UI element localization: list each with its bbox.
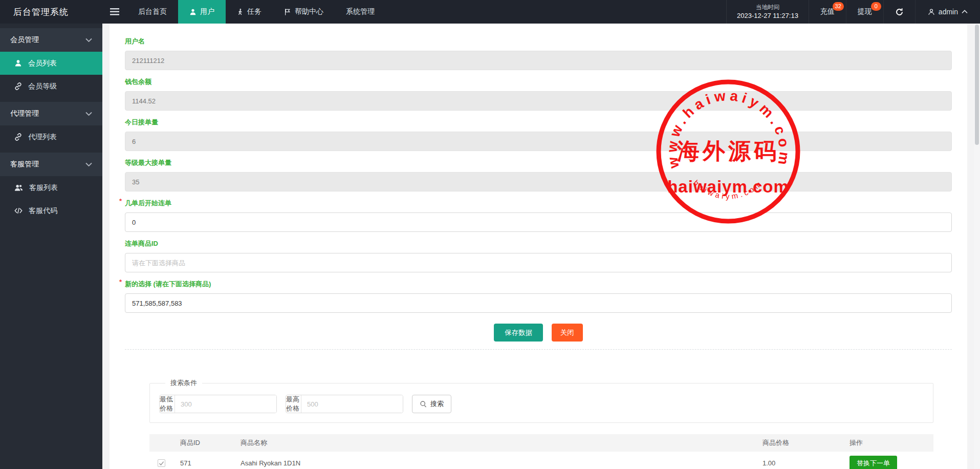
cell-product-name: Asahi Ryokan 1D1N	[233, 452, 755, 469]
row-checkbox-checked[interactable]	[158, 459, 165, 467]
field-label: 今日接单量	[125, 118, 952, 127]
col-actions: 操作	[842, 434, 933, 452]
sidebar-group-service-management[interactable]: 客服管理	[0, 153, 102, 176]
level-max-orders-field[interactable]	[125, 172, 952, 191]
sidebar-item-agent-list[interactable]: 代理列表	[0, 125, 102, 148]
col-product-id: 商品ID	[173, 434, 233, 452]
edit-form-panel: 用户名 钱包余额 今日接单量 等级最大接单量 *几单后开始连单 连单商品ID *…	[110, 24, 967, 469]
chevron-down-icon	[85, 38, 92, 42]
save-button[interactable]: 保存数据	[494, 324, 543, 342]
search-panel-title: 搜索条件	[165, 378, 202, 388]
max-price-input[interactable]	[301, 395, 403, 413]
chevron-up-icon	[962, 10, 968, 14]
max-price-label: 最高价格	[286, 395, 301, 413]
recharge-badge: 32	[833, 2, 844, 11]
top-navbar: 后台管理系统 后台首页 用户 任务 帮助中心 系统管理 当地时间 2023-12…	[0, 0, 980, 24]
new-selection-field[interactable]	[125, 293, 952, 313]
search-icon	[420, 400, 427, 408]
field-orders-before-combo: *几单后开始连单	[125, 199, 952, 232]
vertical-scrollbar	[974, 24, 980, 469]
link-icon	[14, 133, 22, 141]
refresh-button[interactable]	[884, 0, 916, 24]
field-label: 等级最大接单量	[125, 158, 952, 167]
user-icon	[928, 8, 935, 16]
sidebar-group-agent-management[interactable]: 代理管理	[0, 102, 102, 125]
sidebar: 会员管理 会员列表 会员等级 代理管理 代理列表 客服管理 客服列表 客服代码	[0, 24, 102, 469]
sidebar-item-member-list[interactable]: 会员列表	[0, 52, 102, 75]
main-content: 用户名 钱包余额 今日接单量 等级最大接单量 *几单后开始连单 连单商品ID *…	[102, 24, 980, 469]
local-time-value: 2023-12-27 11:27:13	[737, 11, 798, 20]
col-product-price: 商品价格	[755, 434, 842, 452]
user-icon	[14, 59, 22, 67]
field-new-selection: *新的选择 (请在下面选择商品)	[125, 280, 952, 313]
local-time-label: 当地时间	[756, 4, 779, 11]
user-icon	[189, 8, 197, 16]
col-product-name: 商品名称	[233, 434, 755, 452]
hamburger-icon	[110, 8, 119, 15]
field-wallet-balance: 钱包余额	[125, 77, 952, 111]
admin-username: admin	[939, 8, 958, 16]
flag-icon	[284, 8, 291, 16]
username-field[interactable]	[125, 51, 952, 70]
nav-item-tasks[interactable]: 任务	[226, 0, 273, 24]
check-icon	[159, 461, 164, 466]
field-label: 用户名	[125, 37, 952, 46]
local-time: 当地时间 2023-12-27 11:27:13	[726, 0, 809, 24]
field-combo-product-id: 连单商品ID	[125, 239, 952, 272]
search-button[interactable]: 搜索	[412, 395, 451, 413]
today-orders-field[interactable]	[125, 132, 952, 151]
sidebar-item-service-list[interactable]: 客服列表	[0, 176, 102, 199]
nav-item-system[interactable]: 系统管理	[335, 0, 386, 24]
sidebar-group-member-management[interactable]: 会员管理	[0, 28, 102, 52]
replace-next-order-button[interactable]: 替换下一单	[850, 456, 897, 469]
sidebar-item-member-level[interactable]: 会员等级	[0, 75, 102, 98]
combo-product-id-field[interactable]	[125, 253, 952, 272]
field-label: 新的选择 (请在下面选择商品)	[125, 280, 211, 288]
sidebar-toggle-button[interactable]	[102, 0, 127, 24]
field-level-max-orders: 等级最大接单量	[125, 158, 952, 191]
code-icon	[14, 207, 23, 214]
search-panel: 搜索条件 最低价格 最高价格 搜索	[149, 378, 933, 423]
required-asterisk: *	[119, 197, 122, 205]
nav-item-help-center[interactable]: 帮助中心	[273, 0, 335, 24]
withdraw-button[interactable]: 提现 0	[846, 0, 884, 24]
chevron-down-icon	[85, 112, 92, 116]
app-title: 后台管理系统	[0, 0, 102, 24]
field-label: 连单商品ID	[125, 239, 952, 248]
cell-product-price: 1.00	[755, 452, 842, 469]
orders-before-combo-field[interactable]	[125, 212, 952, 232]
nav-item-dashboard[interactable]: 后台首页	[127, 0, 178, 24]
min-price-label: 最低价格	[160, 395, 175, 413]
field-label: 钱包余额	[125, 77, 952, 87]
field-username: 用户名	[125, 37, 952, 70]
field-label: 几单后开始连单	[125, 199, 171, 207]
link-icon	[14, 82, 22, 90]
chevron-down-icon	[85, 162, 92, 167]
nav-item-users[interactable]: 用户	[178, 0, 226, 24]
table-row: 571 Asahi Ryokan 1D1N 1.00 替换下一单	[149, 452, 933, 469]
section-divider	[125, 349, 952, 350]
wallet-balance-field[interactable]	[125, 91, 952, 111]
walking-icon	[237, 8, 244, 16]
product-table: 商品ID 商品名称 商品价格 操作 571 Asahi Ryokan 1D1N …	[149, 434, 933, 469]
sidebar-item-service-code[interactable]: 客服代码	[0, 199, 102, 222]
field-today-orders: 今日接单量	[125, 118, 952, 151]
main-menu: 后台首页 用户 任务 帮助中心 系统管理	[127, 0, 386, 24]
refresh-icon	[895, 8, 904, 16]
withdraw-badge: 0	[871, 2, 881, 11]
scrollbar-thumb[interactable]	[975, 25, 979, 145]
recharge-button[interactable]: 充值 32	[809, 0, 846, 24]
admin-menu[interactable]: admin	[916, 0, 980, 24]
table-header-row: 商品ID 商品名称 商品价格 操作	[149, 434, 933, 452]
users-icon	[14, 184, 23, 191]
cell-product-id: 571	[173, 452, 233, 469]
max-price-group: 最高价格	[286, 395, 403, 413]
min-price-input[interactable]	[175, 395, 276, 413]
min-price-group: 最低价格	[159, 395, 277, 413]
required-asterisk: *	[119, 278, 122, 286]
close-button[interactable]: 关闭	[552, 324, 583, 342]
